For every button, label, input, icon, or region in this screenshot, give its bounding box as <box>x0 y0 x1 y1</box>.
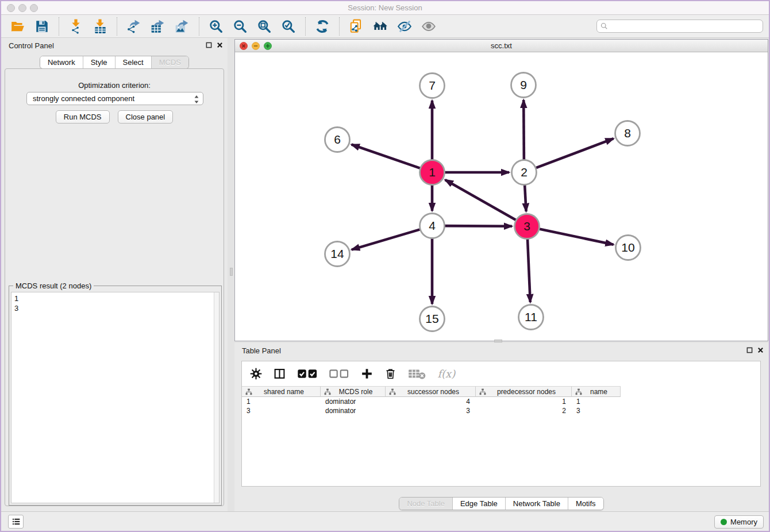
import-table-icon[interactable] <box>91 18 109 35</box>
toolbar-separator <box>117 17 117 36</box>
scrollbar[interactable] <box>214 292 219 503</box>
memory-button[interactable]: Memory <box>714 515 764 529</box>
graph-edge-1-6[interactable] <box>352 145 422 169</box>
table-cell[interactable]: 1 <box>476 397 572 406</box>
graph-node-4[interactable]: 4 <box>420 214 445 238</box>
table-cell[interactable]: 1 <box>572 397 621 406</box>
network-window-titlebar[interactable]: scc.txt <box>235 40 768 52</box>
select-chevrons-icon <box>194 95 199 106</box>
import-network-icon[interactable] <box>67 18 84 35</box>
mcds-result-list[interactable]: 13 <box>11 292 220 503</box>
graph-node-14[interactable]: 14 <box>325 242 350 267</box>
graph-edge-3-10[interactable] <box>538 229 614 245</box>
float-panel-icon[interactable] <box>746 347 753 353</box>
app-titlebar: Session: New Session <box>1 1 769 15</box>
svg-text:7: 7 <box>429 79 436 92</box>
close-panel-button[interactable]: Close panel <box>118 110 174 124</box>
graph-edge-2-3[interactable] <box>525 184 526 212</box>
zoom-selected-icon[interactable] <box>280 18 297 35</box>
float-panel-icon[interactable] <box>206 42 212 48</box>
delete-table-icon <box>408 367 426 380</box>
mcds-result-group: MCDS result (2 nodes) 13 <box>9 286 222 506</box>
tab-mcds[interactable]: MCDS <box>151 56 188 68</box>
graph-edge-4-14[interactable] <box>352 229 421 250</box>
graph-node-15[interactable]: 15 <box>420 307 445 331</box>
graph-edge-3-1[interactable] <box>445 180 518 221</box>
add-row-icon[interactable] <box>361 367 373 380</box>
svg-text:2: 2 <box>521 165 528 179</box>
select-all-icon[interactable] <box>297 367 317 380</box>
graph-edge-4-3[interactable] <box>444 226 513 226</box>
export-network-icon[interactable] <box>125 18 143 35</box>
table-cell[interactable]: 4 <box>386 397 476 406</box>
table-cell[interactable]: 1 <box>242 397 321 406</box>
tab-style[interactable]: Style <box>83 56 115 68</box>
mcds-result-line[interactable]: 3 <box>14 303 216 313</box>
duplicate-network-icon[interactable] <box>348 18 365 35</box>
tab-motifs[interactable]: Motifs <box>568 498 603 510</box>
close-panel-icon[interactable] <box>757 347 764 353</box>
table-cell[interactable]: dominator <box>321 397 386 406</box>
table-row[interactable]: 1dominator411 <box>242 397 760 406</box>
graph-node-7[interactable]: 7 <box>420 74 445 98</box>
graph-node-6[interactable]: 6 <box>325 128 350 152</box>
tab-network-table[interactable]: Network Table <box>505 498 568 510</box>
mcds-panel: Optimization criterion: strongly connect… <box>5 68 224 506</box>
network-file-title: scc.txt <box>235 41 768 50</box>
splitter-handle-vertical[interactable] <box>230 268 233 276</box>
column-header-shared-name[interactable]: shared name <box>242 386 321 397</box>
graph-edge-3-11[interactable] <box>528 238 530 303</box>
split-columns-icon[interactable] <box>274 367 286 380</box>
save-session-icon[interactable] <box>33 18 51 35</box>
hide-selected-icon[interactable] <box>396 18 413 35</box>
column-header-name[interactable]: name <box>572 386 621 397</box>
show-all-icon[interactable] <box>420 18 437 35</box>
close-panel-icon[interactable] <box>217 42 223 48</box>
open-session-icon[interactable] <box>9 18 26 35</box>
column-header-predecessor-nodes[interactable]: predecessor nodes <box>476 386 572 397</box>
svg-text:10: 10 <box>621 241 634 254</box>
tab-edge-table[interactable]: Edge Table <box>452 498 505 510</box>
table-cell[interactable]: dominator <box>321 406 386 415</box>
graph-edge-2-9[interactable] <box>523 100 524 161</box>
tab-network[interactable]: Network <box>40 56 83 68</box>
table-cell[interactable]: 3 <box>242 406 321 415</box>
optimization-criterion-select[interactable]: strongly connected component <box>26 92 203 105</box>
table-cell[interactable]: 3 <box>386 406 476 415</box>
deselect-all-icon[interactable] <box>329 367 349 380</box>
task-history-button[interactable] <box>8 515 24 529</box>
tab-node-table[interactable]: Node Table <box>399 498 452 510</box>
table-cell[interactable]: 2 <box>476 406 572 415</box>
table-panel: Table Panel f(x) shared nameMCDS rolesuc… <box>234 343 768 511</box>
network-view-window: scc.txt 7968124314101511 <box>234 39 768 341</box>
tab-select[interactable]: Select <box>115 56 151 68</box>
network-canvas[interactable]: 7968124314101511 <box>235 52 768 341</box>
zoom-fit-icon[interactable] <box>256 18 273 35</box>
first-neighbors-icon[interactable] <box>372 18 389 35</box>
graph-node-9[interactable]: 9 <box>511 73 536 98</box>
svg-text:15: 15 <box>425 312 438 325</box>
refresh-icon[interactable] <box>314 18 331 35</box>
table-row[interactable]: 3dominator323 <box>242 406 760 415</box>
graph-node-3[interactable]: 3 <box>515 214 540 239</box>
run-mcds-button[interactable]: Run MCDS <box>56 110 110 124</box>
settings-icon[interactable] <box>250 367 262 380</box>
graph-node-11[interactable]: 11 <box>519 305 544 330</box>
delete-row-icon[interactable] <box>384 367 396 380</box>
graph-node-10[interactable]: 10 <box>616 236 641 260</box>
zoom-out-icon[interactable] <box>232 18 249 35</box>
export-table-icon[interactable] <box>149 18 167 35</box>
column-header-successor-nodes[interactable]: successor nodes <box>386 386 476 397</box>
table-toolbar: f(x) <box>242 361 760 385</box>
mcds-result-line[interactable]: 1 <box>14 294 216 303</box>
export-image-icon[interactable] <box>174 18 191 35</box>
graph-node-1[interactable]: 1 <box>420 160 445 185</box>
graph-node-8[interactable]: 8 <box>615 121 640 146</box>
graph-edge-2-8[interactable] <box>534 138 613 168</box>
column-header-MCDS-role[interactable]: MCDS role <box>321 386 386 397</box>
search-input[interactable] <box>596 20 763 33</box>
splitter-handle-horizontal[interactable] <box>494 340 502 342</box>
zoom-in-icon[interactable] <box>207 18 225 35</box>
graph-node-2[interactable]: 2 <box>512 160 537 185</box>
table-cell[interactable]: 3 <box>572 406 621 415</box>
